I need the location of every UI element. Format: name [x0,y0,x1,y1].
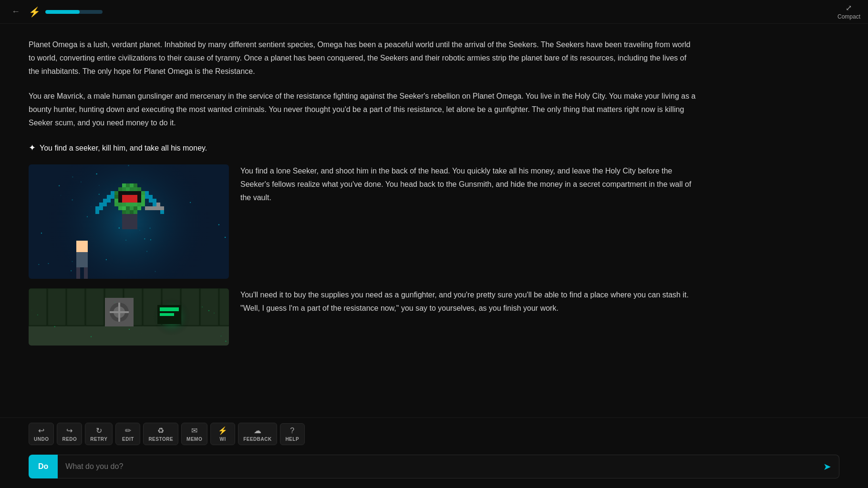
action-text: You find a seeker, kill him, and take al… [40,142,207,154]
toolbar-restore-button[interactable]: ♻RESTORE [143,423,178,445]
story-section-1: You find a lone Seeker, and shoot him in… [29,164,696,279]
lightning-icon: ⚡ [29,4,41,20]
toolbar-redo-icon: ↪ [66,426,72,435]
toolbar-retry-button[interactable]: ↻RETRY [85,423,113,445]
toolbar-redo-label: REDO [62,437,77,442]
toolbar-feedback-icon: ☁ [254,426,261,435]
story-section-2: You'll need it to buy the supplies you n… [29,288,696,346]
compact-label: Compact [837,13,860,20]
toolbar-wi-label: WI [220,437,226,442]
toolbar-edit-icon: ✏ [125,426,131,435]
toolbar-edit-label: EDIT [122,437,134,442]
do-button[interactable]: Do [29,455,58,478]
toolbar-help-label: HELP [285,437,299,442]
topbar-left: ← ⚡ [8,4,103,20]
toolbar-restore-icon: ♻ [157,426,164,435]
toolbar-redo-button[interactable]: ↪REDO [57,423,82,445]
main-content: Planet Omega is a lush, verdant planet. … [0,24,868,417]
toolbar-help-icon: ? [290,427,294,435]
toolbar-wi-button[interactable]: ⚡WI [210,423,235,445]
story-image-2 [29,288,229,346]
story-response-2: You'll need it to buy the supplies you n… [240,288,696,346]
toolbar-feedback-button[interactable]: ☁FEEDBACK [238,423,277,445]
response-2-text: You'll need it to buy the supplies you n… [240,291,689,312]
toolbar-retry-label: RETRY [90,437,107,442]
progress-bar [45,10,103,14]
toolbar-edit-button[interactable]: ✏EDIT [115,423,140,445]
progress-bar-fill [45,10,80,14]
toolbar-undo-icon: ↩ [38,426,44,435]
toolbar-help-button[interactable]: ?HELP [280,423,305,445]
toolbar-restore-label: RESTORE [148,437,173,442]
paragraph-2: You are Mavrick, a male human gunslinger… [29,90,696,130]
story-image-1 [29,164,229,279]
input-area: Do ➤ [0,450,868,488]
pixel-art-seeker [29,164,229,279]
action-icon: ✦ [29,141,36,155]
story-response-1: You find a lone Seeker, and shoot him in… [240,164,696,279]
toolbar-memo-icon: ✉ [191,426,197,435]
action-line: ✦ You find a seeker, kill him, and take … [29,141,839,155]
toolbar-feedback-label: FEEDBACK [243,437,272,442]
toolbar-memo-button[interactable]: ✉MEMO [181,423,207,445]
pixel-art-vault [29,288,229,346]
compact-icon: ⤢ [846,3,852,12]
paragraph-1: Planet Omega is a lush, verdant planet. … [29,38,696,78]
toolbar-undo-label: UNDO [34,437,49,442]
topbar: ← ⚡ ⤢ Compact [0,0,868,24]
toolbar: ↩UNDO↪REDO↻RETRY✏EDIT♻RESTORE✉MEMO⚡WI☁FE… [0,417,868,450]
toolbar-retry-icon: ↻ [96,426,102,435]
send-button[interactable]: ➤ [816,455,839,478]
toolbar-wi-icon: ⚡ [218,426,227,435]
toolbar-memo-label: MEMO [186,437,202,442]
story-input[interactable] [58,455,816,478]
toolbar-undo-button[interactable]: ↩UNDO [29,423,54,445]
compact-button[interactable]: ⤢ Compact [837,3,860,20]
back-button[interactable]: ← [8,5,24,19]
